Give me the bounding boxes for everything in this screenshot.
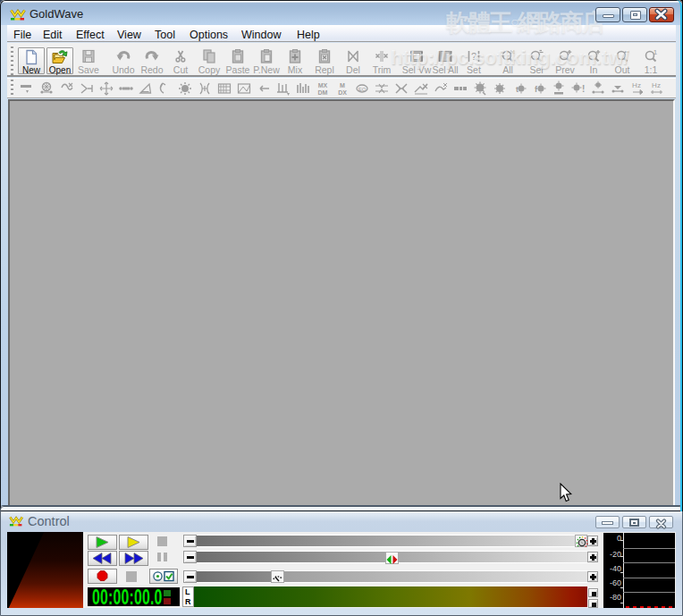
svg-text:t: t [516,85,519,94]
svg-text:f: f [535,85,538,94]
svg-text:DM: DM [318,89,328,96]
svg-text:M: M [340,82,345,89]
svg-text:DX: DX [338,89,347,96]
svg-text:MX: MX [318,82,328,89]
svg-text:1: 1 [653,48,658,56]
svg-text:Hz: Hz [652,81,661,89]
svg-text:Hz: Hz [632,81,641,89]
svg-text:EQ: EQ [358,87,367,92]
svg-text:!: ! [582,84,585,94]
